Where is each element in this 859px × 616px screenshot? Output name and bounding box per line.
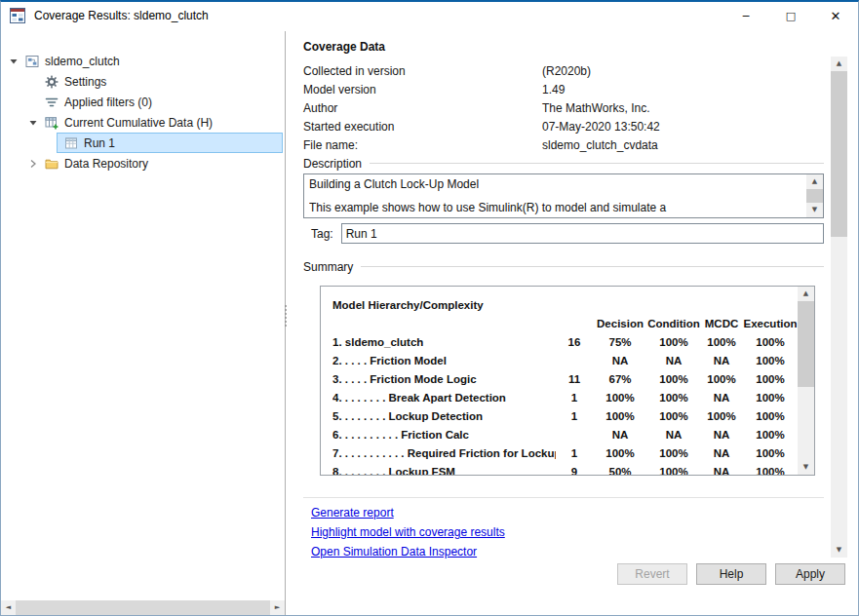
scrollbar-thumb[interactable]	[806, 189, 823, 203]
scrollbar-thumb[interactable]	[798, 301, 814, 387]
scroll-up-arrow-icon[interactable]: ▲	[806, 174, 823, 189]
tree-horizontal-scrollbar[interactable]: ◄ ►	[1, 600, 285, 615]
field-row: Collected in version (R2020b)	[303, 61, 824, 80]
tree-item-data-repository[interactable]: Data Repository	[1, 153, 285, 173]
expand-collapse-arrow-icon[interactable]	[28, 159, 38, 169]
summary-row: 4. . . . . . . . Break Apart Detection 1…	[332, 388, 798, 406]
action-links: Generate report Highlight model with cov…	[311, 506, 505, 558]
scrollbar-thumb[interactable]	[831, 71, 847, 237]
highlight-model-link[interactable]: Highlight model with coverage results	[311, 525, 505, 538]
cell-condition: 100%	[647, 447, 700, 459]
cell-mcdc: NA	[700, 355, 743, 366]
scroll-down-arrow-icon[interactable]: ▼	[798, 460, 814, 475]
cell-hierarchy: 8. . . . . . . . Lockup FSM	[332, 466, 556, 476]
titlebar[interactable]: Coverage Results: sldemo_clutch ─ □ ✕	[1, 2, 858, 29]
summary-row: 1. sldemo_clutch 16 75% 100% 100% 100%	[332, 332, 798, 351]
cell-condition: NA	[647, 355, 700, 366]
cell-hierarchy: 6. . . . . . . . . . Friction Calc	[332, 429, 556, 441]
field-row: Author The MathWorks, Inc.	[303, 98, 824, 117]
summary-row: 8. . . . . . . . Lockup FSM 9 50% 100% N…	[332, 462, 798, 475]
tree-item-settings[interactable]: Settings	[1, 71, 285, 92]
cell-hierarchy: 2. . . . . Friction Model	[332, 355, 556, 366]
cell-hierarchy: 3. . . . . Friction Mode Logic	[332, 373, 556, 385]
scrollbar-track[interactable]	[831, 237, 847, 543]
tree-item-label: Run 1	[84, 136, 115, 150]
tree-item-label: Current Cumulative Data (H)	[64, 116, 213, 130]
cell-decision: 100%	[593, 447, 647, 459]
minimize-button[interactable]: ─	[723, 2, 768, 29]
cell-execution: 100%	[743, 466, 798, 476]
generate-report-link[interactable]: Generate report	[311, 506, 394, 519]
window-controls: ─ □ ✕	[723, 2, 858, 29]
expand-collapse-arrow-icon[interactable]	[9, 57, 19, 66]
cell-execution: 100%	[743, 336, 798, 348]
scroll-up-arrow-icon[interactable]: ▲	[798, 287, 814, 301]
cell-hierarchy: 5. . . . . . . . Lockup Detection	[332, 410, 556, 422]
cell-mcdc: NA	[700, 447, 743, 459]
help-button[interactable]: Help	[696, 563, 766, 585]
tree-item-run-1[interactable]: Run 1	[57, 133, 283, 153]
summary-table-scrollbar[interactable]: ▲ ▼	[798, 287, 814, 475]
tree-item-current-cumulative-data[interactable]: Current Cumulative Data (H)	[1, 112, 285, 133]
tree-item-label: sldemo_clutch	[45, 55, 120, 68]
summary-label: Summary	[303, 260, 353, 274]
cell-hierarchy: 4. . . . . . . . Break Apart Detection	[332, 392, 556, 404]
group-separator-line	[370, 163, 824, 164]
tree-item-sldemo-clutch[interactable]: sldemo_clutch	[1, 51, 285, 71]
cell-mcdc: NA	[700, 466, 743, 476]
cell-complexity: 1	[556, 410, 593, 422]
cell-condition: 100%	[647, 336, 700, 348]
description-textarea[interactable]: Building a Clutch Lock-Up Model This exa…	[303, 173, 824, 218]
cell-condition: 100%	[647, 373, 700, 385]
apply-button[interactable]: Apply	[775, 563, 845, 585]
expand-collapse-arrow-icon[interactable]	[28, 118, 38, 128]
summary-table: Model Hierarchy/Complexity Decision Cond…	[320, 286, 815, 476]
summary-table-content: Model Hierarchy/Complexity Decision Cond…	[321, 287, 798, 475]
cell-complexity: 11	[556, 373, 593, 385]
tag-field-row: Tag:	[303, 223, 824, 244]
summary-row: 7. . . . . . . . . . . Required Friction…	[332, 443, 798, 462]
maximize-icon: □	[786, 10, 796, 22]
scroll-up-arrow-icon[interactable]: ▲	[831, 57, 847, 71]
tree-item-applied-filters[interactable]: Applied filters (0)	[1, 92, 285, 112]
field-value: 1.49	[542, 83, 565, 96]
cell-hierarchy: 7. . . . . . . . . . . Required Friction…	[332, 447, 556, 459]
description-line: Building a Clutch Lock-Up Model	[309, 177, 801, 191]
field-label: Started execution	[303, 120, 542, 134]
cell-execution: 100%	[743, 447, 798, 459]
scroll-down-arrow-icon[interactable]: ▼	[806, 203, 823, 217]
cell-execution: 100%	[743, 429, 798, 441]
model-icon	[25, 55, 39, 68]
dialog-button-bar: Revert Help Apply	[617, 563, 845, 585]
scroll-right-arrow-icon[interactable]: ►	[270, 600, 285, 615]
scrollbar-thumb[interactable]	[16, 600, 270, 615]
scroll-left-arrow-icon[interactable]: ◄	[1, 600, 16, 615]
maximize-button[interactable]: □	[768, 2, 813, 29]
summary-table-title: Model Hierarchy/Complexity	[332, 295, 798, 314]
summary-row: 5. . . . . . . . Lockup Detection 1 100%…	[332, 406, 798, 425]
cell-execution: 100%	[743, 373, 798, 385]
right-panel-scrollbar[interactable]: ▲ ▼	[831, 57, 847, 558]
results-tree: sldemo_clutch Settin	[1, 31, 285, 600]
description-label: Description	[303, 157, 362, 171]
column-header-condition: Condition	[647, 318, 700, 329]
close-icon: ✕	[831, 9, 841, 23]
folder-icon	[45, 157, 59, 171]
cell-decision: 75%	[593, 336, 647, 348]
cell-hierarchy: 1. sldemo_clutch	[332, 336, 556, 348]
cell-decision: 50%	[593, 466, 647, 476]
scrollbar-track[interactable]	[798, 387, 814, 460]
description-scrollbar[interactable]: ▲ ▼	[806, 174, 823, 217]
field-value: 07-May-2020 13:50:42	[542, 120, 660, 134]
close-button[interactable]: ✕	[813, 2, 858, 29]
cell-mcdc: 100%	[700, 410, 743, 422]
run-icon	[64, 136, 78, 150]
revert-button[interactable]: Revert	[617, 563, 687, 585]
tag-input[interactable]	[341, 223, 824, 244]
cell-mcdc: NA	[700, 429, 743, 441]
cell-decision: 67%	[593, 373, 647, 385]
cell-execution: 100%	[743, 410, 798, 422]
links-separator-line	[303, 497, 824, 498]
scroll-down-arrow-icon[interactable]: ▼	[831, 543, 847, 558]
open-simulation-data-inspector-link[interactable]: Open Simulation Data Inspector	[311, 545, 477, 558]
